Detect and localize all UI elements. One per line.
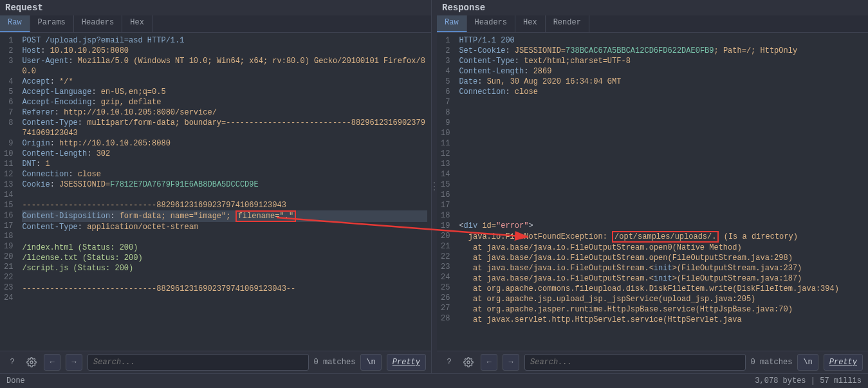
response-code[interactable]: HTTP/1.1 200 Set-Cookie: JSESSIONID=738B… [455,33,868,351]
code-line[interactable]: Content-Type: application/octet-stream [22,222,427,232]
code-line[interactable]: at java.base/java.io.FileOutputStream.op… [459,243,864,253]
request-panel: Request RawParamsHeadersHex 123 45678 91… [0,0,432,373]
code-line[interactable]: at org.apache.commons.fileupload.disk.Di… [459,284,864,294]
pretty-button[interactable]: Pretty [824,354,863,371]
code-line[interactable] [459,180,864,190]
request-editor[interactable]: 123 45678 910111213141516171819202122232… [0,33,431,351]
response-panel: Response RawHeadersHexRender 12345678910… [437,0,868,373]
response-match-count: 0 matches [751,358,793,367]
response-editor[interactable]: 1234567891011121314151617181920212223242… [437,33,868,351]
code-line[interactable]: HTTP/1.1 200 [459,35,864,46]
status-right: 3,078 bytes | 57 millis [755,376,862,385]
code-line[interactable]: Content-Type: multipart/form-data; bound… [22,118,427,138]
code-line[interactable]: java.io.FileNotFoundException: /opt/samp… [459,231,864,243]
code-line[interactable]: -----------------------------88296123169… [22,284,427,294]
request-tabs: RawParamsHeadersHex [0,15,431,33]
code-line[interactable]: at java.base/java.io.FileOutputStream.op… [459,253,864,263]
code-line[interactable] [22,294,427,304]
next-match-button[interactable]: → [66,354,82,371]
code-line[interactable] [22,232,427,243]
code-line[interactable]: Date: Sun, 30 Aug 2020 16:34:04 GMT [459,77,864,87]
code-line[interactable]: Referer: http://10.10.10.205:8080/servic… [22,107,427,118]
code-line[interactable]: Set-Cookie: JSESSIONID=738BCAC67A5BBCA12… [459,46,864,56]
code-line[interactable] [459,138,864,149]
tab-hex[interactable]: Hex [122,15,152,32]
request-gutter: 123 45678 910111213141516171819202122232… [0,33,18,351]
status-bar: Done 3,078 bytes | 57 millis [0,373,868,388]
code-line[interactable]: POST /upload.jsp?email=asd HTTP/1.1 [22,35,427,46]
tab-raw[interactable]: Raw [0,15,30,32]
newline-toggle[interactable]: \n [797,354,818,371]
newline-toggle[interactable]: \n [360,354,381,371]
code-line[interactable] [459,200,864,210]
svg-point-1 [467,361,470,364]
code-line[interactable]: Content-Disposition: form-data; name="im… [22,210,427,222]
code-line[interactable]: Origin: http://10.10.10.205:8080 [22,138,427,149]
code-line[interactable] [459,169,864,180]
code-line[interactable] [459,149,864,159]
code-line[interactable]: Accept-Language: en-US,en;q=0.5 [22,87,427,97]
code-line[interactable]: Content-Length: 2869 [459,66,864,77]
split-divider[interactable] [432,0,437,373]
code-line[interactable] [459,190,864,200]
response-searchbar: ? ← → 0 matches \n Pretty [437,351,868,373]
code-line[interactable] [459,118,864,128]
tab-hex[interactable]: Hex [515,15,546,32]
code-line[interactable]: User-Agent: Mozilla/5.0 (Windows NT 10.0… [22,56,427,77]
code-line[interactable] [459,97,864,107]
response-tabs: RawHeadersHexRender [437,15,868,33]
code-line[interactable]: Connection: close [459,87,864,97]
code-line[interactable]: Cookie: JSESSIONID=F7812E7DA7679F91E6AB8… [22,180,427,190]
status-left: Done [6,376,25,385]
code-line[interactable]: at java.base/java.io.FileOutputStream.<i… [459,263,864,273]
gear-icon[interactable] [24,355,39,369]
svg-point-0 [30,361,33,364]
code-line[interactable]: DNT: 1 [22,159,427,169]
code-line[interactable]: /license.txt (Status: 200) [22,253,427,263]
code-line[interactable]: /script.js (Status: 200) [22,263,427,273]
code-line[interactable] [22,273,427,284]
prev-match-button[interactable]: ← [481,354,497,371]
request-code[interactable]: POST /upload.jsp?email=asd HTTP/1.1Host:… [18,33,431,351]
help-icon[interactable]: ? [442,355,456,369]
code-line[interactable]: Content-Type: text/html;charset=UTF-8 [459,56,864,66]
prev-match-button[interactable]: ← [44,354,60,371]
tab-headers[interactable]: Headers [467,15,515,32]
code-line[interactable]: /index.html (Status: 200) [22,243,427,253]
tab-headers[interactable]: Headers [74,15,122,32]
tab-raw[interactable]: Raw [437,15,467,32]
response-search-input[interactable] [524,354,746,371]
code-line[interactable] [459,210,864,221]
request-match-count: 0 matches [314,358,356,367]
code-line[interactable]: <div id="error"> [459,221,864,231]
pretty-button[interactable]: Pretty [387,354,426,371]
help-icon[interactable]: ? [5,355,19,369]
code-line[interactable]: -----------------------------88296123169… [22,200,427,210]
code-line[interactable]: at org.apache.jsp.upload_jsp._jspService… [459,294,864,304]
code-line[interactable]: Connection: close [22,169,427,180]
response-gutter: 1234567891011121314151617181920212223242… [437,33,455,351]
response-title: Response [437,0,868,15]
code-line[interactable]: Accept-Encoding: gzip, deflate [22,97,427,107]
code-line[interactable]: at javax.servlet.http.HttpServlet.servic… [459,315,864,325]
tab-render[interactable]: Render [546,15,589,32]
code-line[interactable] [459,107,864,118]
request-search-input[interactable] [88,354,309,371]
request-searchbar: ? ← → 0 matches \n Pretty [0,351,431,373]
next-match-button[interactable]: → [503,354,519,371]
gear-icon[interactable] [461,355,476,369]
code-line[interactable]: at org.apache.jasper.runtime.HttpJspBase… [459,304,864,315]
code-line[interactable]: at java.base/java.io.FileOutputStream.<i… [459,273,864,284]
request-title: Request [0,0,431,15]
code-line[interactable]: Host: 10.10.10.205:8080 [22,46,427,56]
code-line[interactable] [22,190,427,200]
code-line[interactable]: Accept: */* [22,77,427,87]
code-line[interactable]: Content-Length: 302 [22,149,427,159]
code-line[interactable] [459,159,864,169]
code-line[interactable] [459,128,864,138]
tab-params[interactable]: Params [30,15,74,32]
